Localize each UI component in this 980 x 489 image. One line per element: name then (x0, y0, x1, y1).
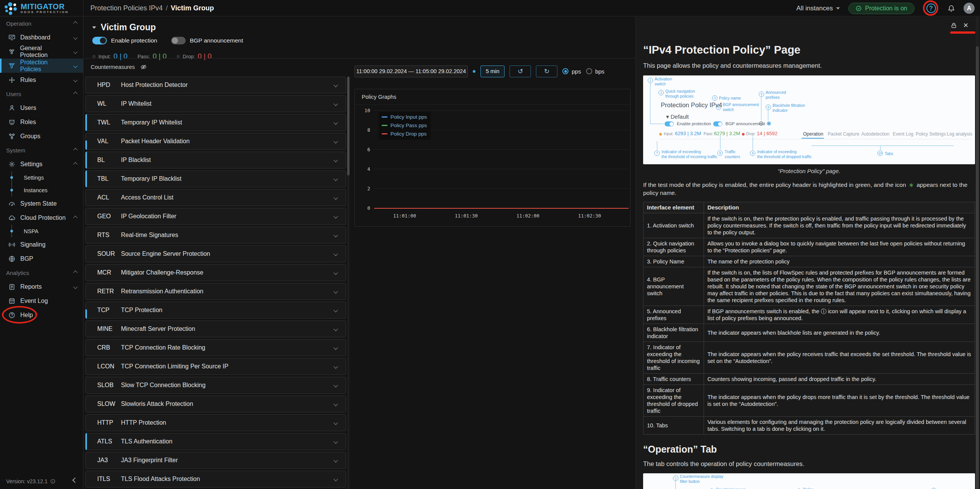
eye-off-icon[interactable] (140, 64, 147, 70)
scrollbar-thumb[interactable] (976, 46, 979, 489)
countermeasure-lcon[interactable]: LCONTCP Connection Limiting Per Source I… (85, 358, 346, 375)
countermeasure-http[interactable]: HTTPHTTP Protection (85, 414, 346, 431)
chevron-down-icon (333, 177, 338, 181)
sidebar-section-operation[interactable]: Operation (0, 16, 83, 30)
sidebar-section-analytics[interactable]: Analytics (0, 266, 83, 280)
sidebar-item-groups[interactable]: Groups (0, 129, 83, 143)
sidebar-item-cloud-protection[interactable]: Cloud Protection (0, 211, 83, 225)
sidebar-item-system-state[interactable]: System State (0, 196, 83, 211)
countermeasure-twl[interactable]: TWLTemporary IP Whitelist (85, 114, 346, 131)
chevron-down-icon (333, 139, 338, 143)
img-policy-name: ▾ Default (666, 113, 689, 120)
y-axis-tick: 6 (359, 147, 370, 152)
scrollbar[interactable] (347, 77, 350, 489)
info-icon[interactable] (50, 479, 56, 484)
table-row: 5. Announced prefixesIf BGP announcement… (644, 306, 975, 324)
countermeasure-mcr[interactable]: MCRMitigator Challenge-Response (85, 264, 346, 281)
sidebar-item-settings[interactable]: Settings (0, 157, 83, 171)
sidebar-subitem-nspa[interactable]: NSPA (0, 225, 83, 237)
bps-radio[interactable]: bps (586, 68, 604, 75)
app-logo[interactable]: MITIGATOR DDOS PROTECTION (0, 0, 83, 16)
chevron-left-icon (72, 478, 78, 483)
help-scrollbar[interactable] (976, 17, 979, 489)
cm-name: Mitigator Challenge-Response (121, 269, 203, 276)
sidebar-item-roles[interactable]: Roles (0, 115, 83, 129)
countermeasure-itls[interactable]: ITLSTLS Flood Attacks Protection (85, 471, 346, 487)
bell-icon[interactable] (947, 5, 955, 12)
sidebar-item-signaling[interactable]: Signaling (0, 237, 83, 252)
sidebar-section-system[interactable]: System (0, 143, 83, 157)
cm-code: TBL (86, 175, 121, 182)
annotation-line (720, 135, 720, 150)
countermeasure-acl[interactable]: ACLAccess Control List (85, 189, 346, 206)
help-intro: This page allows the policy and counterm… (643, 62, 975, 69)
time-range-input[interactable]: 11:00:00 29.02.2024 — 11:05:00 29.02.202… (354, 65, 468, 77)
test-mode-asterisk-icon (909, 183, 914, 188)
annotation-label: Blackhole filtration indicator (773, 103, 805, 113)
sidebar-item-help[interactable]: Help (0, 308, 83, 322)
cm-code: SOUR (86, 250, 121, 257)
countermeasure-val[interactable]: VALPacket Header Validation (85, 133, 346, 150)
countermeasure-geo[interactable]: GEOIP Geolocation Filter (85, 208, 346, 225)
countermeasure-bl[interactable]: BLIP Blacklist (85, 152, 346, 168)
sidebar-subitem-instances[interactable]: Instances (0, 184, 83, 196)
collapse-triangle-icon[interactable] (92, 26, 96, 29)
lock-icon[interactable] (951, 22, 957, 29)
img-tab-packet-capture: Packet Capture (828, 131, 859, 137)
legend-item-pass[interactable]: Policy Pass pps (382, 123, 427, 128)
countermeasure-ja3[interactable]: JA3JA3 Fingerprint Filter (85, 452, 346, 469)
undo-button[interactable]: ↺ (510, 65, 531, 77)
sidebar-item-rules[interactable]: Rules (0, 73, 83, 87)
enable-protection-toggle[interactable] (92, 37, 107, 44)
sidebar-item-dashboard[interactable]: Dashboard (0, 30, 83, 44)
countermeasure-rts[interactable]: RTSReal-time Signatures (85, 227, 346, 244)
sidebar-subitem-settings[interactable]: Settings (0, 171, 83, 184)
countermeasure-slob[interactable]: SLOBSlow TCP Connection Blocking (85, 377, 346, 394)
sidebar-item-bgp[interactable]: BGP (0, 252, 83, 266)
countermeasure-slow[interactable]: SLOWSlowloris Attack Protection (85, 396, 346, 412)
sidebar-item-users[interactable]: Users (0, 101, 83, 115)
cm-code: ACL (86, 194, 121, 201)
stat-input: Input: 0 | 0 (92, 52, 127, 61)
sidebar-collapse-button[interactable] (73, 477, 77, 484)
img-policy-type: Protection Policy IPv4 (661, 101, 722, 109)
breadcrumb-section[interactable]: Protection Policies IPv4 (90, 4, 163, 12)
pps-radio[interactable]: pps (562, 68, 581, 75)
sidebar-item-reports[interactable]: Reports (0, 280, 83, 294)
sidebar-item-protection-policies[interactable]: Protection Policies (0, 59, 83, 73)
time-preset-button[interactable]: 5 min (480, 65, 505, 77)
cm-code: HTTP (86, 419, 121, 426)
y-axis-tick: 2 (359, 186, 370, 191)
sidebar-item-event-log[interactable]: Event Log (0, 294, 83, 308)
instances-dropdown[interactable]: All instances (796, 5, 840, 12)
countermeasure-tbl[interactable]: TBLTemporary IP Blacklist (85, 170, 346, 187)
legend-label: Policy Input pps (390, 114, 427, 120)
countermeasure-retr[interactable]: RETRRetransmission Authentication (85, 283, 346, 300)
sidebar-section-users[interactable]: Users (0, 87, 83, 101)
countermeasure-wl[interactable]: WLIP Whitelist (85, 95, 346, 112)
cm-name: Minecraft Server Protection (121, 325, 195, 332)
close-icon[interactable]: ✕ (963, 21, 969, 29)
redo-button[interactable]: ↻ (536, 65, 557, 77)
countermeasure-hpd[interactable]: HPDHost Protection Detector (85, 77, 346, 93)
cm-code: LCON (86, 363, 121, 370)
countermeasure-tcp[interactable]: TCPTCP Protection (85, 302, 346, 319)
countermeasure-sour[interactable]: SOURSource Engine Server Protection (85, 245, 346, 262)
countermeasure-crb[interactable]: CRBTCP Connection Rate Blocking (85, 339, 346, 356)
countermeasure-atls[interactable]: ATLSTLS Authentication (85, 433, 346, 450)
protection-status-badge[interactable]: Protection is on (848, 3, 915, 14)
bgp-announcement-toggle[interactable] (171, 37, 186, 44)
scrollbar-thumb[interactable] (347, 77, 350, 175)
table-row: 9. Indicator of exceeding the threshold … (644, 385, 975, 417)
legend-item-input[interactable]: Policy Input pps (382, 114, 427, 120)
policy-graph-chart[interactable]: 10 8 6 4 2 0 11:01:00 11:01:30 11:02:00 … (374, 110, 629, 208)
annotation-label: Announced prefixes (766, 90, 786, 100)
countermeasure-mine[interactable]: MINEMinecraft Server Protection (85, 321, 346, 337)
sidebar-item-general-protection[interactable]: General Protection (0, 44, 83, 59)
sidebar-item-label: Users (20, 105, 36, 111)
sidebar-item-label: Groups (20, 133, 40, 140)
sidebar-item-label: System State (20, 200, 57, 207)
avatar[interactable]: A (964, 3, 975, 14)
legend-item-drop[interactable]: Policy Drop pps (382, 131, 427, 137)
sidebar-item-label: Help (20, 312, 33, 319)
